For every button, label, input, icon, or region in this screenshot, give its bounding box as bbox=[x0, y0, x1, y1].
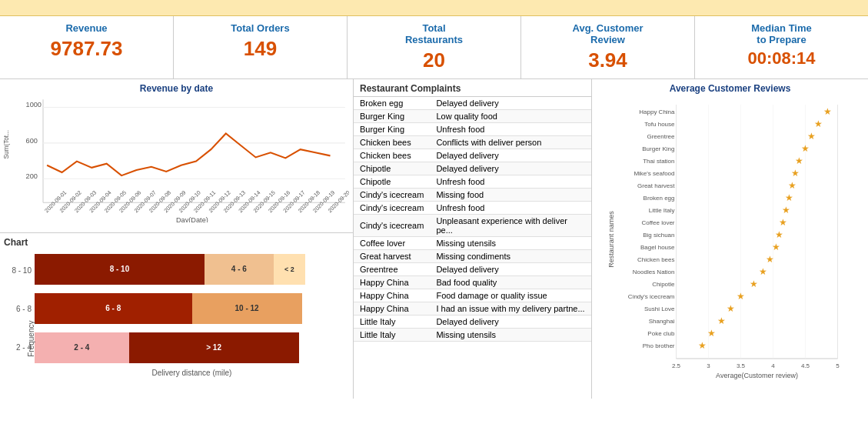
review-star: ★ bbox=[717, 315, 726, 326]
svg-text:2.5: 2.5 bbox=[672, 362, 681, 369]
bar-chart-title: Chart bbox=[4, 237, 349, 248]
kpi-orders: Total Orders 149 bbox=[174, 16, 348, 78]
restaurant-label: Burger King bbox=[642, 145, 674, 152]
kpi-row: Revenue 9787.73 Total Orders 149 TotalRe… bbox=[0, 16, 868, 79]
review-star: ★ bbox=[801, 143, 810, 154]
reviews-panel: Average Customer Reviews Restaurant name… bbox=[592, 79, 868, 399]
reviews-chart: Restaurant names 2.5 3 3.5 4 4.5 5 Avera… bbox=[596, 97, 864, 382]
table-row: GreentreeDelayed delivery bbox=[354, 263, 591, 276]
restaurant-label: Happy China bbox=[639, 109, 675, 115]
kpi-revenue-value: 9787.73 bbox=[12, 37, 161, 61]
svg-text:4.5: 4.5 bbox=[801, 362, 810, 369]
table-row: Great harvestMissing condiments bbox=[354, 250, 591, 263]
table-row: Chicken beesConflicts with deliver perso… bbox=[354, 136, 591, 149]
restaurant-label: Cindy's icecream bbox=[628, 293, 675, 300]
restaurant-label: Broken egg bbox=[644, 195, 675, 202]
restaurant-label: Bagel house bbox=[640, 244, 675, 251]
bar-y-label-2: 6 - 8 bbox=[4, 305, 32, 313]
restaurant-label: Big sichuan bbox=[643, 232, 674, 239]
revenue-chart-svg: 1000 600 200 2020-09-01 2020-09-02 20 bbox=[4, 95, 349, 222]
restaurant-label: Sushi Love bbox=[644, 305, 675, 312]
bar-x-label: Delivery distance (mile) bbox=[35, 369, 349, 377]
kpi-review: Avg. CustomerReview 3.94 bbox=[521, 16, 695, 78]
bar-segment-8-10: 8 - 10 bbox=[35, 254, 205, 285]
review-star: ★ bbox=[698, 340, 707, 351]
bar-frequency-label: Frequency bbox=[27, 321, 35, 357]
review-star: ★ bbox=[814, 119, 823, 129]
bar-segment-6-8: 6 - 8 bbox=[35, 293, 192, 325]
kpi-restaurants-label: TotalRestaurants bbox=[359, 22, 509, 45]
restaurant-label: Great harvest bbox=[637, 182, 675, 189]
restaurant-label: Thai station bbox=[643, 158, 674, 165]
restaurant-label: Tofu house bbox=[644, 121, 675, 128]
kpi-orders-value: 149 bbox=[185, 37, 335, 61]
svg-text:Restaurant names: Restaurant names bbox=[607, 211, 615, 268]
complaints-table: Broken eggDelayed deliveryBurger KingLow… bbox=[354, 97, 591, 342]
left-panel: Revenue by date 1000 600 200 2020 bbox=[0, 79, 354, 399]
main-content: Revenue by date 1000 600 200 2020 bbox=[0, 79, 868, 399]
svg-text:3.5: 3.5 bbox=[737, 362, 746, 369]
svg-text:Sum(Tot...: Sum(Tot... bbox=[4, 130, 10, 159]
revenue-chart-title: Revenue by date bbox=[4, 83, 349, 94]
review-star: ★ bbox=[737, 291, 745, 302]
kpi-restaurants-value: 20 bbox=[359, 48, 509, 72]
table-row: ChipotleDelayed delivery bbox=[354, 162, 591, 175]
bar-y-label-1: 8 - 10 bbox=[4, 266, 32, 275]
svg-text:3: 3 bbox=[707, 362, 710, 369]
review-star: ★ bbox=[727, 303, 735, 314]
restaurant-label: Pho brother bbox=[643, 342, 675, 349]
svg-text:5: 5 bbox=[836, 362, 840, 369]
kpi-review-label: Avg. CustomerReview bbox=[533, 22, 683, 45]
kpi-revenue: Revenue 9787.73 bbox=[0, 16, 174, 78]
review-star: ★ bbox=[766, 254, 774, 265]
review-star: ★ bbox=[791, 168, 800, 179]
review-star: ★ bbox=[782, 205, 790, 215]
svg-text:Average(Customer review): Average(Customer review) bbox=[716, 372, 798, 379]
kpi-median-label: Median Timeto Prepare bbox=[707, 22, 856, 45]
kpi-median-value: 00:08:14 bbox=[707, 48, 856, 68]
table-row: Burger KingLow quality food bbox=[354, 110, 591, 123]
restaurant-label: Noodles Nation bbox=[633, 269, 675, 275]
table-row: Burger KingUnfresh food bbox=[354, 123, 591, 136]
revenue-chart: Revenue by date 1000 600 200 2020 bbox=[0, 79, 353, 233]
kpi-median: Median Timeto Prepare 00:08:14 bbox=[695, 16, 868, 78]
restaurant-label: Poke club bbox=[647, 330, 675, 337]
table-row: Happy ChinaFood damage or quality issue bbox=[354, 289, 591, 302]
table-row: Chicken beesDelayed delivery bbox=[354, 149, 591, 162]
restaurant-label: Shanghai bbox=[649, 318, 675, 325]
table-row: Little ItalyMissing utensils bbox=[354, 329, 591, 342]
review-star: ★ bbox=[788, 180, 796, 191]
review-star: ★ bbox=[772, 242, 780, 252]
table-row: ChipotleUnfresh food bbox=[354, 175, 591, 189]
bar-segment-2-4: 2 - 4 bbox=[35, 332, 129, 364]
kpi-review-value: 3.94 bbox=[533, 48, 683, 72]
bar-segment-4-6: 4 - 6 bbox=[205, 254, 274, 285]
restaurant-label: Chicken bees bbox=[637, 256, 674, 263]
review-star: ★ bbox=[785, 192, 793, 203]
restaurant-label: Mike's seafood bbox=[634, 170, 674, 177]
complaints-panel: Restaurant Complaints Broken eggDelayed … bbox=[354, 79, 592, 399]
table-row: Cindy's icecreamMissing food bbox=[354, 189, 591, 202]
kpi-revenue-label: Revenue bbox=[12, 22, 161, 34]
restaurant-label: Greentree bbox=[647, 133, 675, 140]
bar-segment-10-12: 10 - 12 bbox=[192, 293, 302, 325]
restaurant-label: Chipotle bbox=[652, 281, 675, 288]
svg-text:Day(Date): Day(Date) bbox=[176, 216, 208, 222]
svg-text:4: 4 bbox=[771, 362, 775, 369]
table-row: Happy ChinaBad food quality bbox=[354, 276, 591, 289]
reviews-title: Average Customer Reviews bbox=[596, 83, 864, 94]
complaints-title: Restaurant Complaints bbox=[354, 79, 591, 97]
kpi-restaurants: TotalRestaurants 20 bbox=[348, 16, 521, 78]
svg-text:200: 200 bbox=[26, 172, 38, 180]
review-star: ★ bbox=[823, 106, 832, 117]
table-row: Broken eggDelayed delivery bbox=[354, 97, 591, 110]
svg-text:600: 600 bbox=[26, 137, 38, 145]
review-star: ★ bbox=[750, 279, 758, 289]
review-star: ★ bbox=[779, 217, 787, 228]
table-row: Coffee loverMissing utensils bbox=[354, 237, 591, 250]
page-header bbox=[0, 0, 868, 16]
bar-segment-lt-2: < 2 bbox=[274, 254, 305, 285]
table-row: Cindy's icecreamUnfresh food bbox=[354, 202, 591, 215]
review-star: ★ bbox=[707, 328, 716, 339]
svg-text:1000: 1000 bbox=[26, 101, 42, 109]
